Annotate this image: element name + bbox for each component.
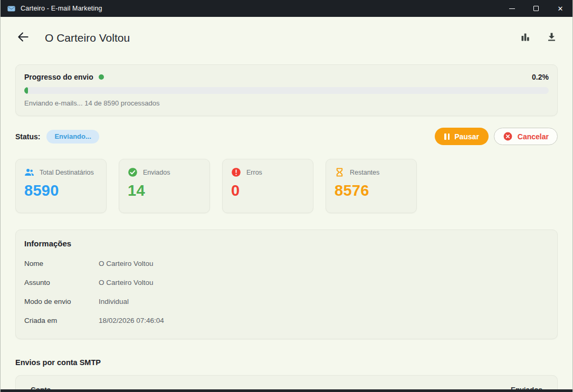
info-label: Assunto bbox=[24, 279, 99, 287]
info-value: O Carteiro Voltou bbox=[99, 279, 154, 287]
info-card: Informações Nome O Carteiro Voltou Assun… bbox=[15, 230, 558, 339]
stat-header: Erros bbox=[231, 167, 304, 177]
pause-button-label: Pausar bbox=[454, 132, 479, 141]
page-header: O Carteiro Voltou bbox=[15, 26, 558, 50]
progress-title: Progresso do envio bbox=[24, 73, 93, 81]
envelope-app-icon bbox=[7, 4, 16, 13]
download-icon bbox=[546, 32, 557, 45]
info-row-name: Nome O Carteiro Voltou bbox=[24, 256, 549, 271]
pause-button[interactable]: Pausar bbox=[435, 128, 489, 145]
maximize-icon bbox=[533, 6, 539, 11]
bar-chart-icon bbox=[520, 32, 531, 45]
progress-status-text: Enviando e-mails... 14 de 8590 processad… bbox=[24, 99, 549, 107]
info-row-created-at: Criada em 18/02/2026 07:46:04 bbox=[24, 313, 549, 328]
window-controls: ✕ bbox=[500, 0, 572, 17]
header-actions bbox=[519, 32, 558, 44]
close-icon: ✕ bbox=[558, 5, 564, 12]
cancel-button-label: Cancelar bbox=[518, 132, 549, 141]
info-row-send-mode: Modo de envio Individual bbox=[24, 294, 549, 309]
stat-label: Erros bbox=[246, 169, 262, 176]
stat-value: 0 bbox=[231, 182, 304, 199]
titlebar: Carteiro - E-mail Marketing ✕ bbox=[1, 0, 572, 17]
info-label: Modo de envio bbox=[24, 298, 99, 306]
back-arrow-icon bbox=[16, 30, 30, 46]
smtp-section-title: Envios por conta SMTP bbox=[15, 358, 558, 367]
stat-value: 8576 bbox=[335, 182, 408, 199]
info-label: Criada em bbox=[24, 317, 99, 325]
stat-header: Total Destinatários bbox=[24, 167, 98, 177]
stat-card-errors: Erros 0 bbox=[222, 159, 313, 213]
export-button[interactable] bbox=[545, 32, 558, 44]
stat-label: Enviados bbox=[143, 169, 170, 176]
stat-value: 8590 bbox=[24, 182, 98, 199]
chart-button[interactable] bbox=[519, 32, 531, 44]
pause-icon bbox=[444, 133, 450, 140]
window-title: Carteiro - E-mail Marketing bbox=[21, 5, 102, 12]
progress-bar-track bbox=[24, 87, 549, 94]
status-label: Status: bbox=[15, 132, 40, 141]
status-badge: Enviando... bbox=[46, 130, 99, 144]
info-value: 18/02/2026 07:46:04 bbox=[99, 317, 164, 325]
cancel-button[interactable]: Cancelar bbox=[494, 128, 558, 145]
info-row-subject: Assunto O Carteiro Voltou bbox=[24, 275, 549, 290]
people-icon bbox=[24, 167, 34, 177]
stat-label: Restantes bbox=[350, 169, 379, 176]
info-value: O Carteiro Voltou bbox=[99, 260, 154, 268]
page-content: O Carteiro Voltou bbox=[1, 26, 572, 392]
progress-percent: 0.2% bbox=[532, 73, 549, 81]
stat-label: Total Destinatários bbox=[40, 169, 94, 176]
cancel-circle-icon bbox=[503, 131, 513, 141]
minimize-button[interactable] bbox=[500, 0, 524, 17]
maximize-button[interactable] bbox=[524, 0, 548, 17]
status-actions: Pausar Cancelar bbox=[435, 128, 558, 145]
info-value: Individual bbox=[99, 298, 129, 306]
stats-row: Total Destinatários 8590 Enviados 14 bbox=[15, 159, 558, 213]
info-card-title: Informações bbox=[24, 239, 549, 248]
minimize-icon bbox=[509, 8, 515, 9]
stat-card-remaining: Restantes 8576 bbox=[326, 159, 417, 213]
titlebar-app: Carteiro - E-mail Marketing bbox=[1, 4, 102, 13]
progress-header: Progresso do envio 0.2% bbox=[24, 73, 549, 81]
live-status-dot-icon bbox=[99, 74, 104, 80]
progress-fill bbox=[24, 87, 28, 94]
close-button[interactable]: ✕ bbox=[548, 0, 572, 17]
app-window: Carteiro - E-mail Marketing ✕ O Carteiro… bbox=[0, 0, 573, 392]
info-rows: Nome O Carteiro Voltou Assunto O Carteir… bbox=[24, 256, 549, 328]
progress-card: Progresso do envio 0.2% Enviando e-mails… bbox=[15, 64, 558, 116]
error-circle-icon bbox=[231, 167, 241, 177]
check-circle-icon bbox=[128, 167, 138, 177]
page-title: O Carteiro Voltou bbox=[45, 32, 130, 44]
back-button[interactable] bbox=[15, 30, 31, 46]
info-label: Nome bbox=[24, 260, 99, 268]
window-bottom-edge bbox=[1, 389, 572, 392]
stat-card-total: Total Destinatários 8590 bbox=[15, 159, 107, 213]
stat-value: 14 bbox=[128, 182, 201, 199]
hourglass-icon bbox=[335, 167, 345, 177]
stat-header: Restantes bbox=[335, 167, 408, 177]
status-row: Status: Enviando... Pausar Cancelar bbox=[15, 128, 558, 145]
stat-card-sent: Enviados 14 bbox=[119, 159, 210, 213]
stat-header: Enviados bbox=[128, 167, 201, 177]
